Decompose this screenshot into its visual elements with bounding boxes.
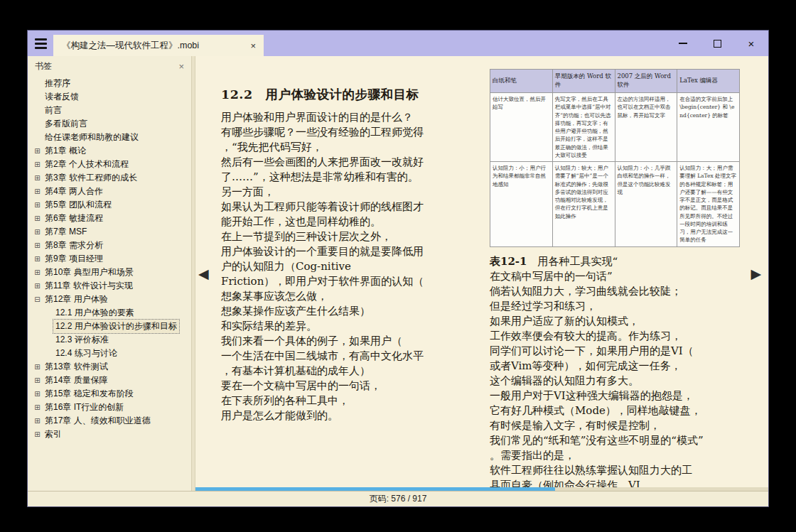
expand-toggle-icon[interactable]: ⊞ xyxy=(32,228,43,236)
tools-comparison-table: 白纸和笔 早期版本的 Word 软件 2007 之后的 Word 软件 LaTe… xyxy=(490,69,740,247)
table-cell: 认知阻力：大；用户需要理解 LaTex 处理文字的各种规定和标签；用户还要了解—… xyxy=(677,162,740,247)
reading-progress-bar[interactable] xyxy=(195,487,768,491)
bookmark-item[interactable]: ⊞ 第13章 软件测试 xyxy=(32,360,190,374)
progress-fill xyxy=(195,487,555,491)
section-heading: 12.2 用户体验设计的步骤和目标 xyxy=(221,86,471,103)
bookmark-label: 第7章 MSF xyxy=(43,225,89,239)
expand-toggle-icon[interactable]: ⊞ xyxy=(32,363,43,371)
text-line: 它有好几种模式（Mode），同样地敲键盘， xyxy=(490,403,740,418)
close-button[interactable]: × xyxy=(734,31,768,56)
expand-toggle-icon[interactable]: ⊞ xyxy=(32,403,43,411)
tab-close-icon[interactable]: × xyxy=(248,40,258,51)
expand-toggle-icon[interactable]: ⊞ xyxy=(32,255,43,263)
bookmark-label: 前言 xyxy=(43,104,64,117)
bookmark-item[interactable]: ⊞ 第11章 软件设计与实现 xyxy=(32,279,190,293)
bookmark-item[interactable]: ⊞ 第3章 软件工程师的成长 xyxy=(32,171,190,185)
text-line: ，“我先把代码写好， xyxy=(221,140,471,155)
sidebar-close-icon[interactable]: × xyxy=(178,61,184,72)
expand-toggle-icon[interactable]: ⊞ xyxy=(32,268,43,276)
expand-toggle-icon[interactable]: ⊞ xyxy=(32,417,43,425)
bookmark-item[interactable]: ⊞ 第15章 稳定和发布阶段 xyxy=(32,387,190,401)
bookmark-label: 第15章 稳定和发布阶段 xyxy=(43,387,136,401)
bookmark-item[interactable]: 12.3 评价标准 xyxy=(32,333,190,347)
bookmark-item[interactable]: 读者反馈 xyxy=(32,90,190,104)
bookmark-item[interactable]: ⊞ 索引 xyxy=(32,428,190,441)
table-cell: 估计大致位置，然后开始写 xyxy=(490,93,553,162)
table-header-cell: LaTex 编辑器 xyxy=(677,70,740,93)
bookmark-label: 12.1 用户体验的要素 xyxy=(53,306,136,320)
table-row: 估计大致位置，然后开始写 先写文字，然后在工具栏或菜单中选择“居中对齐”的功能；… xyxy=(490,93,740,162)
maximize-icon xyxy=(714,40,721,48)
bookmark-item[interactable]: ⊞ 第7章 MSF xyxy=(32,225,190,239)
bookmark-label: 第3章 软件工程师的成长 xyxy=(43,171,139,185)
expand-toggle-icon[interactable]: ⊞ xyxy=(32,241,43,249)
hamburger-menu-button[interactable] xyxy=(28,31,53,56)
bookmark-item[interactable]: ⊞ 第9章 项目经理 xyxy=(32,252,190,266)
bookmark-label: 12.4 练习与讨论 xyxy=(53,347,119,360)
text-line: 用户体验设计的一个重要目的就是要降低用 xyxy=(221,244,471,259)
bookmark-item[interactable]: 前言 xyxy=(32,104,190,117)
text-line: 工作效率便会有较大的提高。作为练习， xyxy=(490,329,740,344)
reader-content: ◀ ▶ 12.2 用户体验设计的步骤和目标 用户体验和用户界面设计的目的是什么？… xyxy=(195,56,768,491)
bookmark-item[interactable]: ⊞ 第1章 概论 xyxy=(32,144,190,158)
expand-toggle-icon[interactable]: ⊞ xyxy=(32,376,43,384)
bookmark-label: 第14章 质量保障 xyxy=(43,374,110,387)
bookmark-item[interactable]: ⊞ 第5章 团队和流程 xyxy=(32,198,190,212)
bookmark-item[interactable]: 12.4 练习与讨论 xyxy=(32,347,190,360)
bookmarks-sidebar: 书签 × 推荐序 读者反馈 前言 xyxy=(28,56,191,491)
bookmark-item[interactable]: ⊞ 第2章 个人技术和流程 xyxy=(32,158,190,171)
text-line: 要在一个文稿中写居中的一句话， xyxy=(221,379,471,393)
bookmark-item[interactable]: ⊞ 第4章 两人合作 xyxy=(32,185,190,198)
bookmark-item[interactable]: 给任课老师和助教的建议 xyxy=(32,131,190,144)
text-line: 户的认知阻力（Cog-nitive xyxy=(221,259,471,274)
text-line: 有时候是输入文字，有时候是控制， xyxy=(490,418,740,433)
expand-toggle-icon[interactable]: ⊞ xyxy=(32,282,43,290)
minimize-icon xyxy=(679,43,687,44)
text-line: 能开始工作，这也是同样幼稚的。 xyxy=(221,215,471,229)
bookmark-item[interactable]: ⊞ 第14章 质量保障 xyxy=(32,374,190,387)
bookmark-item[interactable]: ⊞ 第16章 IT行业的创新 xyxy=(32,401,190,414)
bookmark-label: 第6章 敏捷流程 xyxy=(43,212,105,225)
table-header-cell: 白纸和笔 xyxy=(490,70,553,93)
text-line: 用户体验和用户界面设计的目的是什么？ xyxy=(221,110,471,125)
bookmark-label: 第1章 概论 xyxy=(43,144,88,158)
document-tab[interactable]: 《构建之法—现代软件工程》.mobi × xyxy=(53,35,264,56)
bookmark-label: 第16章 IT行业的创新 xyxy=(43,401,126,414)
expand-toggle-icon[interactable]: ⊞ xyxy=(32,161,43,168)
text-line: 软件工程师往往以熟练掌握认知阻力大的工 xyxy=(490,463,740,478)
bookmark-item[interactable]: 多看版前言 xyxy=(32,117,190,131)
text-line: 一个生活在中国二线城市，有高中文化水平 xyxy=(221,349,471,364)
prev-page-arrow[interactable]: ◀ xyxy=(198,266,209,281)
expand-toggle-icon[interactable]: ⊞ xyxy=(32,430,43,438)
bookmark-item[interactable]: 推荐序 xyxy=(32,77,190,90)
bookmark-item[interactable]: ⊞ 第6章 敏捷流程 xyxy=(32,212,190,225)
bookmark-item[interactable]: ⊞ 第10章 典型用户和场景 xyxy=(32,266,190,279)
next-page-arrow[interactable]: ▶ xyxy=(751,266,761,281)
expand-toggle-icon[interactable]: ⊞ xyxy=(32,147,43,155)
expand-toggle-icon[interactable]: ⊟ xyxy=(32,295,43,303)
bookmark-item[interactable]: 12.2 用户体验设计的步骤和目标 xyxy=(32,320,190,333)
table-cell: 认知阻力：小；几乎跟白纸和笔的操作一样，但是这个功能比较难发现 xyxy=(615,162,677,247)
bookmark-item[interactable]: ⊞ 第17章 人、绩效和职业道德 xyxy=(32,414,190,428)
text-line: 这个编辑器的认知阻力有多大。 xyxy=(490,374,740,389)
table-caption-text: 用各种工具实现“ xyxy=(527,255,618,268)
expand-toggle-icon[interactable]: ⊞ xyxy=(32,188,43,195)
page-indicator: 页码: 576 / 917 xyxy=(370,493,427,505)
bookmark-label: 第17章 人、绩效和职业道德 xyxy=(43,414,153,428)
text-line: 在下表所列的各种工具中， xyxy=(221,393,471,408)
text-line: 另一方面， xyxy=(221,185,471,200)
text-line: 或者Vim等变种），如何完成这一任务， xyxy=(490,359,740,374)
bookmark-item[interactable]: ⊟ 第12章 用户体验 xyxy=(32,293,190,306)
book-page: 12.2 用户体验设计的步骤和目标 用户体验和用户界面设计的目的是什么？有哪些步… xyxy=(195,56,768,487)
expand-toggle-icon[interactable]: ⊞ xyxy=(32,174,43,182)
bookmark-item[interactable]: ⊞ 第8章 需求分析 xyxy=(32,239,190,252)
bookmark-item[interactable]: 12.1 用户体验的要素 xyxy=(32,306,190,320)
maximize-button[interactable] xyxy=(700,31,734,56)
titlebar[interactable]: 《构建之法—现代软件工程》.mobi × × xyxy=(28,31,768,56)
expand-toggle-icon[interactable]: ⊞ xyxy=(32,390,43,398)
text-line: 有哪些步骤呢？一些没有经验的工程师觉得 xyxy=(221,125,471,140)
text-line: 用户是怎么才能做到的。 xyxy=(221,408,471,423)
expand-toggle-icon[interactable]: ⊞ xyxy=(32,215,43,222)
minimize-button[interactable] xyxy=(666,31,700,56)
expand-toggle-icon[interactable]: ⊞ xyxy=(32,201,43,209)
